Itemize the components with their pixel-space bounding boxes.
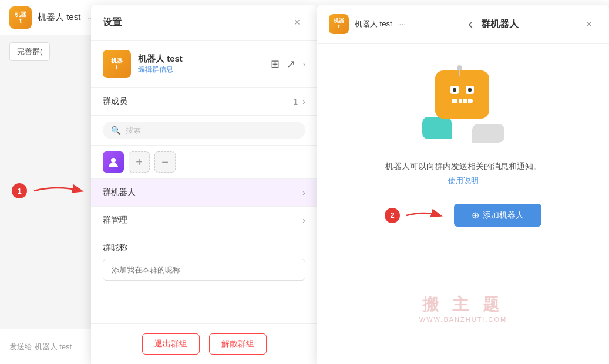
remove-member-btn[interactable]: − xyxy=(154,151,176,173)
search-placeholder: 搜索 xyxy=(126,125,141,136)
search-input-wrap[interactable]: 🔍 搜索 xyxy=(103,122,305,139)
management-right: › xyxy=(302,215,305,225)
members-count: 1 xyxy=(294,97,298,106)
settings-modal: 设置 × 机器 t 机器人 test 编辑群信息 ⊞ ↗ › xyxy=(91,5,317,364)
search-row: 🔍 搜索 xyxy=(91,116,317,146)
management-label: 群管理 xyxy=(103,215,127,225)
settings-close-btn[interactable]: × xyxy=(289,14,305,31)
search-icon: 🔍 xyxy=(111,126,121,135)
annotation-1: 1 xyxy=(12,182,88,200)
robot-face-icon xyxy=(445,79,480,111)
robot-panel: 机器 t 机器人 test ··· ‹ 群机器人 × xyxy=(317,5,609,364)
svg-point-1 xyxy=(111,158,116,163)
nickname-label: 群昵称 xyxy=(103,242,305,253)
members-chevron-icon: › xyxy=(302,97,305,106)
group-name-section: 机器人 test 编辑群信息 xyxy=(138,53,264,75)
management-section-row[interactable]: 群管理 › xyxy=(91,207,317,234)
members-label: 群成员 xyxy=(103,96,127,107)
robot-panel-close-btn[interactable]: × xyxy=(581,16,597,32)
group-name: 机器人 test xyxy=(138,53,264,65)
robot-panel-header: 机器 t 机器人 test ··· ‹ 群机器人 × xyxy=(317,5,609,44)
member-avatar-1[interactable] xyxy=(103,151,124,173)
group-action-icons: ⊞ ↗ › xyxy=(271,58,305,70)
left-header-title: 机器人 test xyxy=(38,12,80,23)
svg-rect-9 xyxy=(467,99,468,103)
members-right: 1 › xyxy=(294,97,305,106)
svg-rect-4 xyxy=(453,88,456,92)
robot-body xyxy=(435,70,489,119)
robot-section-right: › xyxy=(302,188,305,197)
member-avatars-row: + − xyxy=(91,146,317,179)
group-avatar: 机器 t xyxy=(103,50,131,78)
bubble-right xyxy=(472,124,504,143)
watermark: 搬 主 题 WWW.BANZHUTI.COM xyxy=(317,294,609,323)
left-avatar: 机器 t xyxy=(9,6,32,29)
svg-rect-5 xyxy=(468,88,472,92)
add-robot-row: 2 ⊕ 添加机器人 xyxy=(385,204,541,227)
badge-2: 2 xyxy=(385,208,400,223)
left-panel: 机器 t 机器人 test ··· 完善群( 设置 × 机器 t 机器人 tes… xyxy=(0,0,317,364)
annotation-2: 2 xyxy=(385,208,445,223)
left-complete-btn[interactable]: 完善群( xyxy=(9,42,50,61)
robot-panel-username: 机器人 test xyxy=(355,19,392,29)
robot-panel-back-btn[interactable]: ‹ xyxy=(468,16,473,32)
robot-chevron-icon: › xyxy=(302,188,305,197)
share-icon[interactable]: ↗ xyxy=(287,58,295,70)
dissolve-group-btn[interactable]: 解散群组 xyxy=(209,333,267,355)
robot-panel-title: 群机器人 xyxy=(481,18,519,31)
watermark-text: 搬 主 题 xyxy=(317,294,609,316)
left-chat-input-text: 发送给 机器人 test xyxy=(9,342,72,352)
right-panel: 机器 t 机器人 test ··· 完善群( 机器 t 机器人 test ···… xyxy=(317,0,609,364)
leave-group-btn[interactable]: 退出群组 xyxy=(142,333,200,355)
add-member-btn[interactable]: + xyxy=(129,151,150,173)
nickname-input[interactable] xyxy=(103,259,305,281)
modal-title: 设置 xyxy=(103,16,122,29)
robot-section-label: 群机器人 xyxy=(103,187,136,198)
arrow-2-icon xyxy=(403,208,445,223)
svg-rect-7 xyxy=(457,99,459,103)
watermark-sub: WWW.BANZHUTI.COM xyxy=(317,316,609,323)
group-info-row: 机器 t 机器人 test 编辑群信息 ⊞ ↗ › xyxy=(91,41,317,88)
right-panel-dots: ··· xyxy=(399,19,406,29)
modal-footer: 退出群组 解散群组 xyxy=(91,323,317,364)
svg-rect-8 xyxy=(462,99,463,103)
robot-desc: 机器人可以向群内发送相关的消息和通知。 xyxy=(385,161,541,172)
arrow-1-icon xyxy=(28,182,87,200)
nickname-section: 群昵称 xyxy=(91,234,317,289)
robot-section-row[interactable]: 群机器人 › xyxy=(91,179,317,207)
modal-content: 机器 t 机器人 test 编辑群信息 ⊞ ↗ › 群成员 1 › xyxy=(91,41,317,323)
badge-1: 1 xyxy=(12,183,27,198)
members-section-row[interactable]: 群成员 1 › xyxy=(91,88,317,116)
add-robot-label: 添加机器人 xyxy=(483,210,524,221)
management-chevron-icon: › xyxy=(302,215,305,225)
modal-header: 设置 × xyxy=(91,5,317,41)
bubble-left xyxy=(422,117,452,139)
robot-illustration xyxy=(422,68,504,144)
robot-usage-link[interactable]: 使用说明 xyxy=(448,176,479,186)
edit-group-link[interactable]: 编辑群信息 xyxy=(138,65,264,75)
add-robot-icon: ⊕ xyxy=(472,210,479,221)
robot-antenna-ball xyxy=(457,65,462,70)
add-robot-btn[interactable]: ⊕ 添加机器人 xyxy=(454,204,541,227)
info-chevron-icon: › xyxy=(302,59,305,69)
robot-panel-avatar: 机器 t xyxy=(329,14,349,34)
qr-icon[interactable]: ⊞ xyxy=(271,58,280,70)
